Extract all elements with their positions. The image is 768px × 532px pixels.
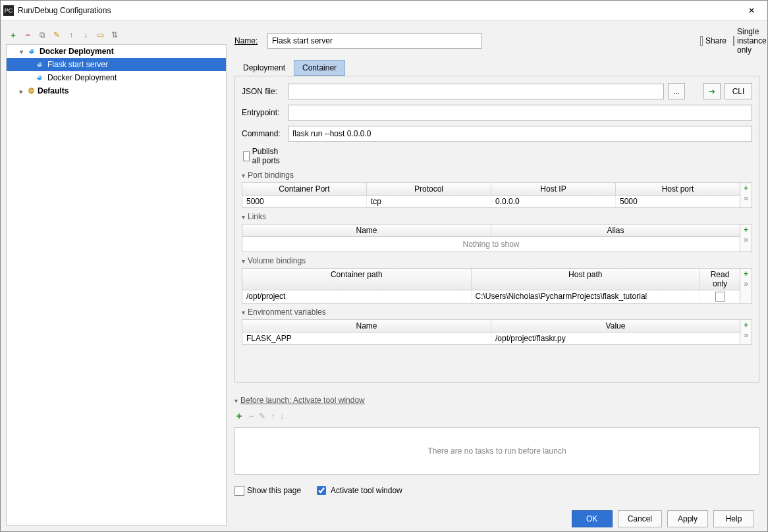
move-task-up-button[interactable]: ↑ [271,412,275,421]
left-pane: ＋ − ⧉ ✎ ↑ ↓ ▭ ⇅ ▾ Docker Deployment Flas… [6,26,227,526]
col-host-ip: Host IP [491,183,616,195]
expand-link-button[interactable]: » [740,234,752,244]
ok-button[interactable]: OK [572,510,613,527]
name-input[interactable] [267,33,482,49]
dialog-buttons: OK Cancel Apply Help [232,504,762,531]
port-bindings-header[interactable]: ▾Port bindings [242,171,752,180]
add-volume-button[interactable]: + [740,269,752,279]
before-launch-header[interactable]: ▾Before launch: Activate tool window [234,396,759,405]
edit-task-button[interactable]: ✎ [259,412,265,421]
right-pane: Name: Share Single instance only Deploym… [232,26,762,526]
readonly-checkbox[interactable] [700,290,740,303]
remove-task-button[interactable]: − [249,412,254,421]
before-launch-list: There are no tasks to run before launch [234,427,759,475]
tree-group-label: Docker Deployment [40,47,114,56]
add-env-button[interactable]: + [740,320,752,330]
run-debug-dialog: PC Run/Debug Configurations ✕ ＋ − ⧉ ✎ ↑ … [0,0,768,532]
single-instance-checkbox[interactable]: Single instance only [733,27,759,55]
tabs: Deployment Container [232,60,762,76]
tree-item-docker[interactable]: Docker Deployment [7,71,226,84]
add-port-button[interactable]: + [740,183,752,193]
col-link-name: Name [242,225,491,236]
add-task-button[interactable]: ＋ [234,410,244,422]
json-file-input[interactable] [288,84,664,99]
app-icon: PC [3,5,14,16]
tree-group-docker[interactable]: ▾ Docker Deployment [7,45,226,58]
close-button[interactable]: ✕ [738,1,765,20]
remove-icon[interactable]: − [22,29,34,41]
docker-icon [36,60,45,69]
col-env-name: Name [242,320,491,332]
name-label: Name: [234,36,261,45]
expand-volume-button[interactable]: » [740,279,752,288]
env-vars-header[interactable]: ▾Environment variables [242,307,752,317]
window-title: Run/Debug Configurations [18,6,738,15]
col-container-port: Container Port [242,183,367,195]
volume-bindings-table[interactable]: Container path Host path Read only /opt/… [242,268,740,304]
activate-tool-window-checkbox[interactable]: Activate tool window [314,484,402,497]
links-header[interactable]: ▾Links [242,212,752,221]
command-label: Command: [242,129,284,138]
entrypoint-input[interactable] [288,105,752,120]
tab-container[interactable]: Container [294,60,345,76]
col-env-value: Value [491,320,740,332]
col-protocol: Protocol [367,183,491,195]
sort-icon[interactable]: ⇅ [109,29,121,41]
move-task-down-button[interactable]: ↓ [280,412,284,421]
col-host-path: Host path [472,269,701,290]
tree-item-label: Flask start server [47,60,108,69]
volume-bindings-header[interactable]: ▾Volume bindings [242,256,752,265]
table-row[interactable]: 5000 tcp 0.0.0.0 5000 [242,196,740,207]
col-host-port: Host port [616,183,740,195]
tree-defaults-label: Defaults [38,86,69,95]
config-tree[interactable]: ▾ Docker Deployment Flask start server D… [6,44,227,526]
share-checkbox[interactable]: Share [700,36,727,46]
entrypoint-label: Entrypoint: [242,108,284,117]
add-link-button[interactable]: + [740,225,752,234]
tree-defaults[interactable]: ▸ ⚙ Defaults [7,84,226,97]
table-row[interactable]: /opt/project C:\Users\Nicholas\PycharmPr… [242,290,740,303]
cancel-button[interactable]: Cancel [618,510,662,527]
port-bindings-table[interactable]: Container Port Protocol Host IP Host por… [242,182,740,208]
command-input[interactable] [288,126,752,142]
copy-icon[interactable]: ⧉ [36,29,48,41]
table-row[interactable]: FLASK_APP /opt/project/flaskr.py [242,332,740,344]
col-read-only: Read only [700,269,740,290]
move-up-icon[interactable]: ↑ [65,29,77,41]
tree-item-flask[interactable]: Flask start server [7,58,226,71]
help-button[interactable]: Help [713,510,754,527]
container-panel: JSON file: ... ➔ CLI Entrypoint: Command… [234,76,759,383]
links-table[interactable]: Name Alias Nothing to show [242,224,740,252]
json-file-label: JSON file: [242,87,284,96]
tree-item-label: Docker Deployment [47,73,117,82]
import-icon: ➔ [709,87,715,96]
show-this-page-checkbox[interactable]: Show this page [234,486,301,496]
apply-button[interactable]: Apply [667,510,708,527]
docker-icon [36,73,45,82]
docker-icon [28,47,37,56]
expand-port-button[interactable]: » [740,193,752,203]
expand-env-button[interactable]: » [740,330,752,340]
left-toolbar: ＋ − ⧉ ✎ ↑ ↓ ▭ ⇅ [6,26,227,44]
import-button[interactable]: ➔ [703,83,721,99]
edit-defaults-icon[interactable]: ✎ [51,29,63,41]
gear-icon: ⚙ [28,86,35,95]
move-down-icon[interactable]: ↓ [80,29,92,41]
links-empty: Nothing to show [242,237,740,252]
folder-icon[interactable]: ▭ [94,29,106,41]
tab-deployment[interactable]: Deployment [234,60,294,76]
before-launch-section: ▾Before launch: Activate tool window ＋ −… [234,392,759,475]
publish-ports-checkbox[interactable]: Publish all ports [243,147,285,165]
env-vars-table[interactable]: Name Value FLASK_APP /opt/project/flaskr… [242,319,740,345]
col-link-alias: Alias [491,225,740,236]
cli-button[interactable]: CLI [725,83,752,99]
col-container-path: Container path [242,269,472,290]
browse-button[interactable]: ... [668,83,685,99]
add-icon[interactable]: ＋ [7,29,19,41]
titlebar: PC Run/Debug Configurations ✕ [1,1,767,20]
